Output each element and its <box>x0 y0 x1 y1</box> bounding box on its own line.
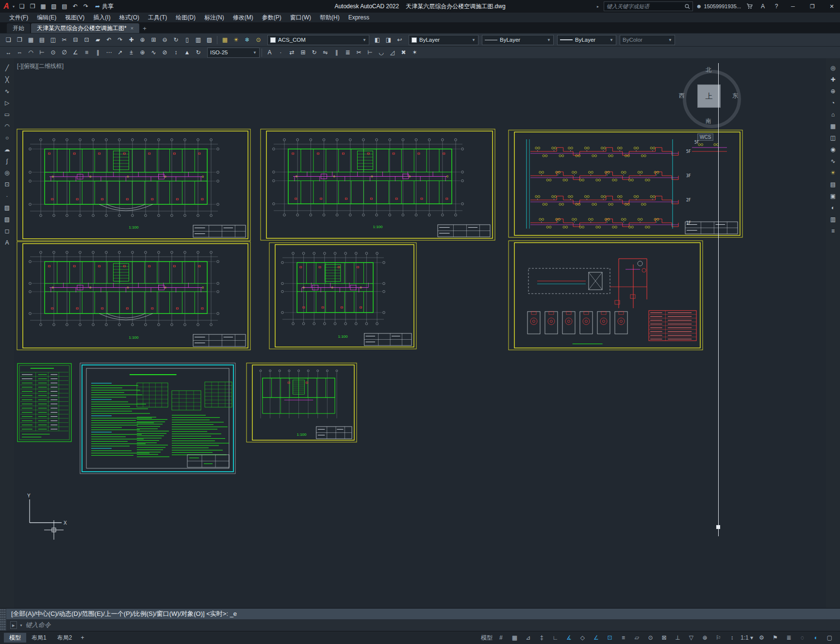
viewcube[interactable]: 北 南 西 东 上 <box>680 67 737 124</box>
make-object-layer-current-icon[interactable]: ◧ <box>372 35 383 45</box>
cut-icon[interactable]: ✂ <box>59 35 70 45</box>
chevron-down-icon[interactable]: ▾ <box>20 623 22 627</box>
search-input[interactable]: 键入关键字或短语 <box>604 1 693 11</box>
dim-linear-icon[interactable]: ↔ <box>3 48 14 58</box>
lineweight-display-icon[interactable]: ≡ <box>617 633 630 643</box>
dynamic-ucs-icon[interactable]: ⊥ <box>671 633 684 643</box>
autodesk-app-icon[interactable]: A <box>758 1 768 11</box>
camera-icon[interactable]: ◉ <box>828 145 839 154</box>
new-file-icon[interactable]: ❏ <box>16 1 27 11</box>
transparency-icon[interactable]: ▱ <box>630 633 643 643</box>
dim-continue-icon[interactable]: ⋯ <box>103 48 115 58</box>
mtext-icon[interactable]: A <box>2 238 13 248</box>
layer-walk-icon[interactable]: ▥ <box>828 215 839 224</box>
object-snap-icon[interactable]: ⊡ <box>603 633 616 643</box>
trim-icon[interactable]: ✂ <box>353 48 364 58</box>
plotstyle-dropdown[interactable]: ByColor ▼ <box>620 35 675 45</box>
open-file-icon[interactable]: ❐ <box>27 1 38 11</box>
model-paper-toggle[interactable]: 模型 <box>479 633 494 643</box>
isodraft-icon[interactable]: ◇ <box>576 633 589 643</box>
color-dropdown[interactable]: ByLayer ▼ <box>409 35 478 45</box>
search-collapse-icon[interactable]: ▸ <box>597 4 599 9</box>
command-window-grip[interactable] <box>0 609 6 631</box>
new-tab-button[interactable]: + <box>140 24 149 33</box>
navigation-wheel-icon[interactable]: ◎ <box>828 63 839 73</box>
plot-icon[interactable]: ▤ <box>36 35 48 45</box>
redo-icon[interactable]: ↷ <box>115 35 126 45</box>
tolerance-icon[interactable]: ± <box>126 48 137 58</box>
menu-item[interactable]: Express <box>344 13 374 22</box>
polyline-icon[interactable]: ∿ <box>2 86 13 96</box>
layer-properties-icon[interactable]: ▦ <box>219 35 231 45</box>
viewcube-north[interactable]: 北 <box>706 66 711 74</box>
multileader-icon[interactable]: ↗ <box>115 48 126 58</box>
viewcube-home-icon[interactable]: ⌂ <box>828 110 839 119</box>
dimstyle-dropdown[interactable]: ISO-25 ▼ <box>207 48 260 58</box>
drawing-canvas[interactable]: [-][俯视][二维线框] 北 南 西 东 上 WCS 1:100 1:100 <box>14 58 826 608</box>
autocad-logo[interactable]: A <box>0 1 13 12</box>
clean-screen-icon[interactable]: ▢ <box>823 633 836 643</box>
offset-icon[interactable]: ∥ <box>331 48 342 58</box>
save-icon[interactable]: ▦ <box>38 1 49 11</box>
layout-tab[interactable]: 布局2 <box>52 633 78 643</box>
snap-mode-icon[interactable]: ▦ <box>508 633 521 643</box>
zoom-realtime-icon[interactable]: ⊕ <box>137 35 148 45</box>
menu-item[interactable]: 修改(M) <box>229 13 258 22</box>
dim-angular-icon[interactable]: ∠ <box>70 48 81 58</box>
save-as-icon[interactable]: ▧ <box>49 1 59 11</box>
layer-lock-icon[interactable]: ⊙ <box>253 35 264 45</box>
new-file-icon[interactable]: ❏ <box>3 35 14 45</box>
layer-freeze-icon[interactable]: ❄ <box>242 35 253 45</box>
move-icon[interactable]: ⇄ <box>286 48 297 58</box>
annotation-scale[interactable]: 1:1 ▾ <box>739 633 755 643</box>
materials-icon[interactable]: ▤ <box>828 180 839 189</box>
motion-path-icon[interactable]: ∿ <box>828 156 839 166</box>
revision-cloud-icon[interactable]: ☁ <box>2 145 13 154</box>
arc-icon[interactable]: ◠ <box>2 121 13 131</box>
ellipse-icon[interactable]: ◎ <box>2 168 13 178</box>
redo-icon[interactable]: ↷ <box>81 1 91 11</box>
dim-arc-length-icon[interactable]: ◠ <box>25 48 36 58</box>
undo-icon[interactable]: ↶ <box>103 35 115 45</box>
point-style-icon[interactable]: ∙ <box>275 48 286 58</box>
annotation-monitor-icon[interactable]: ⚑ <box>769 633 782 643</box>
menu-item[interactable]: 参数(P) <box>258 13 286 22</box>
layout-tab[interactable]: 布局1 <box>26 633 52 643</box>
dim-inspect-icon[interactable]: ▲ <box>181 48 193 58</box>
copy-object-icon[interactable]: ⊞ <box>297 48 309 58</box>
grid-display-icon[interactable]: # <box>494 633 508 643</box>
tab-document[interactable]: 天津某六层综合办公楼空调施工图* × <box>31 23 139 33</box>
menu-item[interactable]: 文件(F) <box>5 13 33 22</box>
line-tool-icon[interactable]: ╱ <box>2 63 13 73</box>
lineweight-dropdown[interactable]: ByLayer ▼ <box>557 35 616 45</box>
account-button[interactable]: ☻ 15059991935... <box>696 3 741 10</box>
new-layout-button[interactable]: + <box>77 633 87 643</box>
region-icon[interactable]: ◻ <box>2 226 13 236</box>
quick-properties-icon[interactable]: ≣ <box>782 633 795 643</box>
infer-constraints-icon[interactable]: ⊿ <box>522 633 535 643</box>
gizmo-icon[interactable]: ⊕ <box>698 633 711 643</box>
menu-item[interactable]: 窗口(W) <box>286 13 315 22</box>
polygon-icon[interactable]: ▷ <box>2 98 13 108</box>
hatch-icon[interactable]: ▨ <box>2 203 13 213</box>
dim-aligned-icon[interactable]: ⇔ <box>14 48 25 58</box>
toolpalettes-icon[interactable]: ▨ <box>204 35 215 45</box>
share-button[interactable]: ➦ 共享 <box>95 2 114 11</box>
mirror-icon[interactable]: ⇋ <box>320 48 331 58</box>
render-icon[interactable]: ▣ <box>828 191 839 201</box>
dim-baseline-icon[interactable]: ∥ <box>92 48 103 58</box>
close-button[interactable]: ✕ <box>824 0 840 13</box>
smooth-mesh-icon[interactable]: ▦ <box>828 121 839 131</box>
viewcube-west[interactable]: 西 <box>679 92 685 100</box>
autoscale-icon[interactable]: ↕ <box>725 633 739 643</box>
annotation-visibility-icon[interactable]: ⚐ <box>712 633 725 643</box>
workspace-switching-icon[interactable]: ⚙ <box>755 633 768 643</box>
gradient-icon[interactable]: ▧ <box>2 215 13 224</box>
app-menu-caret-icon[interactable]: ▾ <box>13 4 15 9</box>
erase-icon[interactable]: ✖ <box>398 48 409 58</box>
pan-tool-icon[interactable]: ✚ <box>828 75 839 84</box>
viewport-controls[interactable]: [-][俯视][二维线框] <box>17 62 64 70</box>
center-mark-icon[interactable]: ⊕ <box>137 48 148 58</box>
spline-icon[interactable]: ∫ <box>2 156 13 166</box>
menu-item[interactable]: 插入(I) <box>89 13 115 22</box>
